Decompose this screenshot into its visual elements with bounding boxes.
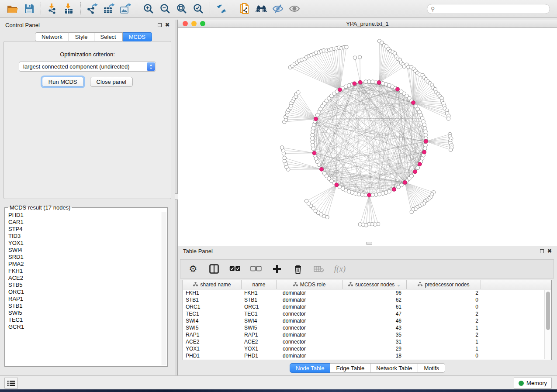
table-cell[interactable]: STB1 bbox=[183, 296, 242, 303]
mcds-result-item[interactable]: SWI5 bbox=[8, 309, 167, 316]
table-cell[interactable]: ORC1 bbox=[183, 303, 242, 310]
table-cell[interactable]: PHD1 bbox=[242, 352, 277, 359]
table-cell[interactable]: RAP1 bbox=[183, 331, 242, 338]
table-cell[interactable]: SWI4 bbox=[242, 317, 277, 324]
mcds-result-item[interactable]: STB5 bbox=[8, 282, 167, 289]
memory-button[interactable]: Memory bbox=[514, 378, 552, 389]
table-cell[interactable]: FKH1 bbox=[242, 289, 277, 296]
ring-node[interactable] bbox=[367, 80, 371, 84]
hub-node[interactable] bbox=[314, 117, 318, 121]
mcds-result-item[interactable]: GCR1 bbox=[8, 323, 167, 330]
table-options-gear-icon[interactable]: ⚙ bbox=[187, 263, 199, 275]
hub-node[interactable] bbox=[312, 151, 316, 155]
mcds-result-item[interactable]: STP4 bbox=[8, 226, 167, 233]
satellite-node[interactable] bbox=[358, 223, 362, 226]
ring-node[interactable] bbox=[423, 147, 427, 151]
table-cell[interactable]: SWI5 bbox=[242, 324, 277, 331]
export-image-icon[interactable] bbox=[117, 2, 134, 16]
table-cell[interactable]: connector bbox=[277, 324, 343, 331]
ring-node[interactable] bbox=[424, 133, 428, 137]
satellite-node[interactable] bbox=[280, 146, 284, 149]
table-cell[interactable]: 46 bbox=[343, 317, 407, 324]
table-row[interactable]: ACE2ACE2connector311 bbox=[183, 338, 551, 345]
hub-node[interactable] bbox=[418, 162, 422, 166]
table-scrollbar-track[interactable] bbox=[544, 290, 551, 359]
tab-mcds[interactable]: MCDS bbox=[123, 32, 152, 41]
mcds-result-item[interactable]: PHD1 bbox=[8, 212, 167, 219]
column-header-shared-name[interactable]: shared name bbox=[183, 280, 242, 289]
tab-motifs[interactable]: Motifs bbox=[418, 363, 445, 373]
float-panel-icon[interactable] bbox=[158, 23, 162, 27]
ring-node[interactable] bbox=[424, 130, 428, 134]
hub-node[interactable] bbox=[422, 150, 426, 154]
table-cell[interactable]: ACE2 bbox=[183, 338, 242, 345]
run-mcds-button[interactable]: Run MCDS bbox=[42, 77, 84, 87]
zoom-out-icon[interactable] bbox=[157, 2, 173, 16]
table-cell[interactable]: ORC1 bbox=[242, 303, 277, 310]
mcds-result-item[interactable]: YOX1 bbox=[8, 240, 167, 247]
ring-node[interactable] bbox=[424, 143, 428, 147]
vertical-splitter[interactable] bbox=[175, 20, 178, 375]
hub-node[interactable] bbox=[396, 87, 400, 91]
hub-node[interactable] bbox=[338, 88, 342, 92]
hub-node[interactable] bbox=[377, 80, 381, 84]
mcds-result-item[interactable]: PMA2 bbox=[8, 261, 167, 268]
table-cell[interactable]: ACE2 bbox=[242, 338, 277, 345]
mcds-result-item[interactable]: RAP1 bbox=[8, 296, 167, 303]
table-cell[interactable]: 96 bbox=[343, 289, 407, 296]
tab-select[interactable]: Select bbox=[94, 32, 123, 41]
mcds-result-item[interactable]: SWI4 bbox=[8, 247, 167, 254]
table-cell[interactable]: TEC1 bbox=[242, 310, 277, 317]
close-panel-icon[interactable]: ✖ bbox=[165, 22, 170, 28]
table-cell[interactable]: dominator bbox=[277, 296, 343, 303]
zoom-fit-icon[interactable] bbox=[173, 2, 190, 16]
table-row[interactable]: YOX1YOX1connector291 bbox=[183, 345, 551, 352]
show-columns-icon[interactable] bbox=[208, 263, 220, 275]
clone-network-icon[interactable] bbox=[236, 2, 253, 16]
table-cell[interactable]: dominator bbox=[277, 331, 343, 338]
hub-node[interactable] bbox=[413, 170, 417, 174]
table-cell[interactable]: FKH1 bbox=[183, 289, 242, 296]
hub-node[interactable] bbox=[353, 82, 356, 86]
refresh-view-icon[interactable] bbox=[213, 2, 230, 16]
table-cell[interactable]: 1 bbox=[407, 338, 481, 345]
table-cell[interactable]: 61 bbox=[343, 303, 407, 310]
table-cell[interactable]: 62 bbox=[343, 296, 407, 303]
ring-node[interactable] bbox=[311, 140, 315, 144]
export-network-icon[interactable] bbox=[84, 2, 100, 16]
close-panel-button[interactable]: Close panel bbox=[90, 77, 133, 87]
ring-node[interactable] bbox=[381, 192, 385, 196]
tab-edge-table[interactable]: Edge Table bbox=[330, 363, 370, 373]
satellite-node[interactable] bbox=[358, 55, 362, 59]
table-scrollbar-thumb[interactable] bbox=[546, 292, 550, 330]
criterion-dropdown[interactable]: largest connected component (undirected)… bbox=[19, 62, 156, 72]
table-cell[interactable]: STB1 bbox=[242, 296, 277, 303]
table-row[interactable]: PHD1PHD1dominator180 bbox=[183, 352, 551, 359]
table-cell[interactable]: 2 bbox=[407, 331, 481, 338]
ring-node[interactable] bbox=[311, 133, 315, 137]
hub-node[interactable] bbox=[403, 181, 407, 185]
table-row[interactable]: RAP1RAP1dominator352 bbox=[183, 331, 551, 338]
satellite-node[interactable] bbox=[449, 148, 453, 151]
table-cell[interactable]: dominator bbox=[277, 289, 343, 296]
mcds-result-list[interactable]: PHD1CAR1STP4TID3YOX1SWI4SRD1PMA2FKH1ACE2… bbox=[5, 211, 167, 366]
mcds-result-item[interactable]: ORC1 bbox=[8, 289, 167, 296]
table-cell[interactable]: dominator bbox=[277, 352, 343, 359]
column-header-mcds-role[interactable]: MCDS role bbox=[277, 280, 343, 289]
horizontal-splitter-grip[interactable] bbox=[366, 242, 372, 245]
ring-node[interactable] bbox=[422, 123, 426, 127]
mcds-result-item[interactable]: SRD1 bbox=[8, 254, 167, 261]
import-table-icon[interactable] bbox=[61, 2, 77, 16]
column-header-successor-nodes[interactable]: successor nodes⌄ bbox=[343, 280, 407, 289]
ring-node[interactable] bbox=[322, 172, 326, 175]
table-cell[interactable]: dominator bbox=[277, 317, 343, 324]
table-cell[interactable]: connector bbox=[277, 338, 343, 345]
export-table-icon[interactable] bbox=[100, 2, 117, 16]
show-all-icon[interactable] bbox=[286, 2, 303, 16]
table-row[interactable]: TEC1TEC1connector472 bbox=[183, 310, 551, 317]
close-panel-icon[interactable]: ✖ bbox=[547, 248, 552, 254]
table-row[interactable]: STB1STB1dominator620 bbox=[183, 296, 551, 303]
table-cell[interactable]: connector bbox=[277, 345, 343, 352]
table-cell[interactable]: 0 bbox=[407, 296, 481, 303]
float-panel-icon[interactable] bbox=[540, 249, 544, 253]
